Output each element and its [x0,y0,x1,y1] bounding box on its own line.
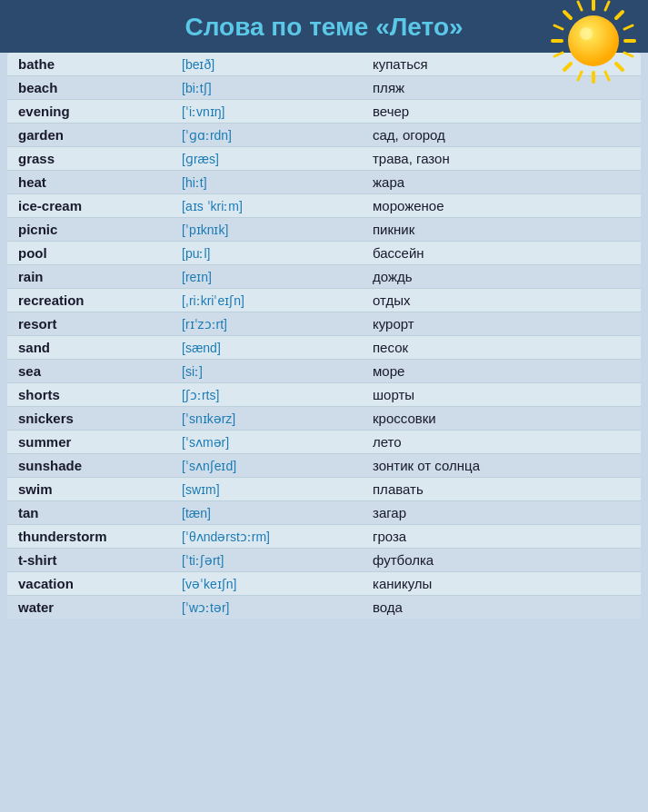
transcription: [reɪn] [182,270,373,284]
table-row: ice-cream[aɪs ˈkriːm]мороженое [7,194,641,218]
table-row: summer[ˈsʌmər]лето [7,431,641,454]
russian-translation: курорт [373,316,630,332]
transcription: [ˈpɪknɪk] [182,223,373,237]
table-row: thunderstorm[ˈθʌndərstɔːrm]гроза [7,525,641,549]
table-row: garden[ˈɡɑːrdn]сад, огород [7,124,641,147]
table-row: rain[reɪn]дождь [7,265,641,289]
table-row: shorts[ʃɔːrts]шорты [7,383,641,407]
russian-translation: песок [373,340,630,355]
transcription: [ˌriːkriˈeɪʃn] [182,293,373,308]
svg-line-7 [616,64,623,70]
sun-decoration [548,0,639,86]
table-row: water[ˈwɔːtər]вода [7,596,641,619]
transcription: [hiːt] [182,175,373,190]
table-row: beach[biːtʃ]пляж [7,76,641,100]
svg-line-8 [605,2,609,10]
english-word: pool [18,245,182,261]
svg-line-12 [624,53,633,56]
transcription: [puːl] [182,246,373,261]
table-row: grass[ɡræs]трава, газон [7,147,641,171]
english-word: tan [18,505,182,520]
sun-icon [548,0,639,86]
transcription: [vəˈkeɪʃn] [182,577,373,591]
english-word: t-shirt [18,552,182,568]
sun-svg [548,0,639,86]
transcription: [biːtʃ] [182,81,373,95]
table-row: resort[rɪˈzɔːrt]курорт [7,312,641,336]
sun-body [568,15,619,66]
table-row: evening[ˈiːvnɪŋ]вечер [7,100,641,124]
table-row: tan[tæn]загар [7,501,641,525]
russian-translation: вода [373,599,630,615]
page-container: Слова по теме «Лето» [0,0,648,637]
svg-line-9 [578,2,582,10]
transcription: [ˈɡɑːrdn] [182,128,373,143]
russian-translation: пикник [373,222,630,237]
svg-line-11 [578,72,582,80]
russian-translation: лето [373,434,630,450]
transcription: [ˈsʌnʃeɪd] [182,459,373,473]
russian-translation: мороженое [373,198,630,213]
russian-translation: отдых [373,292,630,308]
english-word: sunshade [18,458,182,473]
russian-translation: сад, огород [373,127,630,143]
russian-translation: загар [373,505,630,520]
table-row: heat[hiːt]жара [7,171,641,194]
english-word: ice-cream [18,198,182,213]
russian-translation: жара [373,174,630,190]
english-word: evening [18,104,182,119]
svg-line-6 [564,64,571,70]
english-word: recreation [18,292,182,308]
english-word: bathe [18,56,182,72]
table-row: vacation[vəˈkeɪʃn]каникулы [7,572,641,596]
table-row: t-shirt[ˈtiːʃərt]футболка [7,549,641,572]
transcription: [ˈsʌmər] [182,435,373,450]
svg-line-10 [605,72,609,80]
svg-line-5 [616,12,623,18]
svg-line-13 [624,25,633,29]
english-word: sand [18,340,182,355]
table-row: picnic[ˈpɪknɪk]пикник [7,218,641,242]
svg-point-16 [580,27,593,40]
english-word: shorts [18,387,182,402]
transcription: [ˈsnɪkərz] [182,411,373,426]
russian-translation: море [373,363,630,379]
russian-translation: зонтик от солнца [373,458,630,473]
table-row: sunshade[ˈsʌnʃeɪd]зонтик от солнца [7,454,641,478]
page-title: Слова по теме «Лето» [184,13,463,41]
table-row: bathe[beɪð]купаться [7,53,641,76]
svg-line-15 [554,25,563,29]
russian-translation: шорты [373,387,630,402]
russian-translation: вечер [373,104,630,119]
transcription: [siː] [182,364,373,379]
table-row: swim[swɪm]плавать [7,478,641,501]
russian-translation: каникулы [373,576,630,591]
word-table: bathe[beɪð]купатьсяbeach[biːtʃ]пляжeveni… [7,53,641,619]
english-word: swim [18,481,182,497]
transcription: [aɪs ˈkriːm] [182,199,373,213]
russian-translation: кроссовки [373,411,630,426]
transcription: [rɪˈzɔːrt] [182,317,373,332]
english-word: thunderstorm [18,529,182,544]
english-word: picnic [18,222,182,237]
english-word: water [18,599,182,615]
transcription: [beɪð] [182,57,373,72]
transcription: [tæn] [182,506,373,520]
russian-translation: дождь [373,269,630,284]
english-word: vacation [18,576,182,591]
svg-line-4 [564,12,571,18]
russian-translation: гроза [373,529,630,544]
table-row: snickers[ˈsnɪkərz]кроссовки [7,407,641,431]
transcription: [ˈiːvnɪŋ] [182,104,373,119]
russian-translation: плавать [373,481,630,497]
english-word: summer [18,434,182,450]
table-row: sea[siː]море [7,360,641,383]
russian-translation: трава, газон [373,151,630,166]
transcription: [ʃɔːrts] [182,388,373,402]
english-word: beach [18,80,182,95]
russian-translation: футболка [373,552,630,568]
russian-translation: бассейн [373,245,630,261]
transcription: [swɪm] [182,482,373,497]
transcription: [ˈtiːʃərt] [182,553,373,568]
svg-line-14 [554,53,563,56]
